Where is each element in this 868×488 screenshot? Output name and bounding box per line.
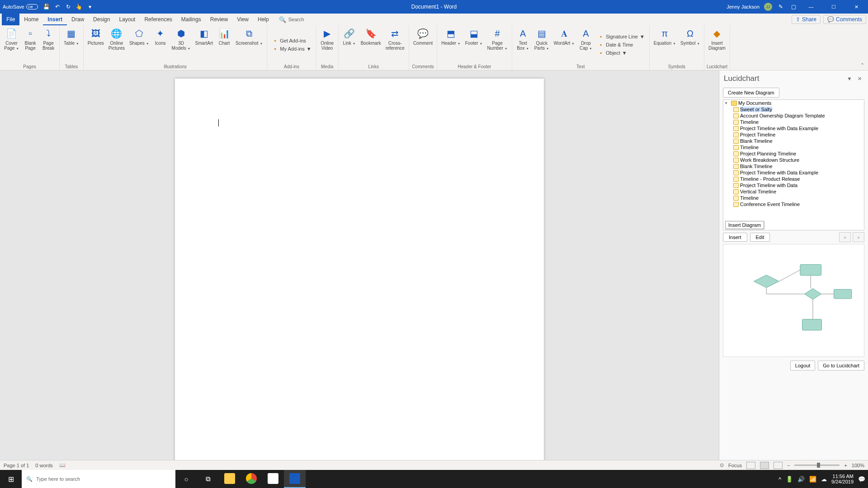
- prev-page-button[interactable]: «: [839, 232, 851, 242]
- ribbon-item-signature-line[interactable]: ▪Signature Line ▼: [597, 33, 646, 40]
- customize-qat-icon[interactable]: ▾: [86, 3, 94, 11]
- ribbon-btn-screenshot[interactable]: ⧉Screenshot ▼: [233, 26, 265, 63]
- zoom-out-button[interactable]: −: [787, 463, 790, 468]
- ribbon-btn-cover-page[interactable]: 📄CoverPage ▼: [2, 26, 21, 63]
- taskbar-app-explorer[interactable]: [219, 470, 241, 488]
- tree-item[interactable]: Timeline: [723, 195, 864, 201]
- tray-wifi-icon[interactable]: 📶: [809, 476, 816, 483]
- edit-button[interactable]: Edit: [750, 233, 770, 242]
- tree-item[interactable]: Blank Timeline: [723, 138, 864, 144]
- user-name[interactable]: Jenny Jackson: [726, 4, 760, 9]
- taskbar-app-chrome[interactable]: [241, 470, 262, 488]
- zoom-slider[interactable]: [794, 465, 840, 466]
- ribbon-btn-3d-models[interactable]: ⬢3DModels ▼: [170, 26, 193, 63]
- close-button[interactable]: ✕: [847, 0, 865, 14]
- tree-item[interactable]: Timeline: [723, 119, 864, 125]
- tree-item[interactable]: Project Timeline with Data Example: [723, 169, 864, 176]
- ribbon-btn-online-pictures[interactable]: 🌐OnlinePictures: [106, 26, 127, 63]
- tray-volume-icon[interactable]: 🔊: [797, 476, 805, 483]
- zoom-value[interactable]: 100%: [852, 463, 864, 468]
- ribbon-btn-footer[interactable]: ⬓Footer ▼: [463, 26, 485, 63]
- ribbon-btn-chart[interactable]: 📊Chart: [215, 26, 233, 63]
- insert-button[interactable]: Insert: [723, 233, 747, 242]
- tree-item[interactable]: Project Timeline with Data Example: [723, 125, 864, 131]
- view-web-button[interactable]: [774, 462, 783, 469]
- tree-item[interactable]: Account Ownership Diagram Template: [723, 113, 864, 119]
- ribbon-btn-header[interactable]: ⬒Header ▼: [439, 26, 463, 63]
- tree-item[interactable]: Sweet or Salty: [723, 106, 864, 113]
- autosave-toggle[interactable]: Off: [26, 4, 38, 9]
- ribbon-item-object[interactable]: ▪Object ▼: [597, 49, 646, 56]
- pen-icon[interactable]: ✎: [777, 3, 785, 11]
- tree-item[interactable]: Work Breakdown Structure: [723, 157, 864, 163]
- cortana-button[interactable]: ○: [175, 470, 197, 488]
- ribbon-item-get-add-ins[interactable]: ▪Get Add-ins: [271, 37, 312, 44]
- ribbon-btn-blank-page[interactable]: ▫BlankPage: [21, 26, 39, 63]
- undo-icon[interactable]: ↶: [53, 3, 61, 11]
- taskbar-app-slack[interactable]: [262, 470, 284, 488]
- tray-onedrive-icon[interactable]: ☁: [821, 476, 827, 483]
- tree-item[interactable]: Vertical Timeline: [723, 188, 864, 195]
- tab-file[interactable]: File: [2, 14, 19, 25]
- taskview-button[interactable]: ⧉: [197, 470, 219, 488]
- tab-view[interactable]: View: [232, 14, 253, 25]
- ribbon-btn-pictures[interactable]: 🖼Pictures: [85, 26, 106, 63]
- tab-review[interactable]: Review: [206, 14, 232, 25]
- comments-button[interactable]: 💬Comments: [823, 15, 866, 24]
- ribbon-btn-table[interactable]: ▦Table ▼: [61, 26, 81, 63]
- tree-item[interactable]: Timeline - Product Release: [723, 176, 864, 182]
- folder-toggle-icon[interactable]: ▾: [725, 101, 730, 105]
- logout-button[interactable]: Logout: [790, 361, 816, 371]
- next-page-button[interactable]: »: [853, 232, 864, 242]
- tab-draw[interactable]: Draw: [67, 14, 89, 25]
- tree-item[interactable]: Blank Timeline: [723, 163, 864, 169]
- ribbon-btn-online-video[interactable]: ▶OnlineVideo: [318, 26, 336, 63]
- ribbon-btn-page-break[interactable]: ⤵PageBreak: [39, 26, 57, 63]
- tree-folder[interactable]: ▾ My Documents: [723, 100, 864, 106]
- tree-item[interactable]: Conference Event Timeline: [723, 201, 864, 207]
- share-button[interactable]: ⇪Share: [792, 15, 821, 24]
- collapse-ribbon-button[interactable]: ⌃: [857, 62, 868, 68]
- ribbon-display-icon[interactable]: ▢: [789, 3, 797, 11]
- ribbon-btn-insert-diagram[interactable]: ◆InsertDiagram: [706, 26, 728, 63]
- ribbon-btn-link[interactable]: 🔗Link ▼: [340, 26, 359, 63]
- status-words[interactable]: 0 words: [35, 463, 53, 468]
- ribbon-item-date-time[interactable]: ▪Date & Time: [597, 41, 646, 48]
- tree-item[interactable]: Project Planning Timeline: [723, 150, 864, 157]
- tray-notifications-icon[interactable]: 💬: [858, 476, 865, 483]
- touchmode-icon[interactable]: 👆: [75, 3, 83, 11]
- ribbon-btn-icons[interactable]: ✦Icons: [151, 26, 170, 63]
- ribbon-btn-symbol[interactable]: ΩSymbol ▼: [678, 26, 702, 63]
- panel-close-icon[interactable]: ✕: [855, 75, 863, 83]
- ribbon-btn-smartart[interactable]: ◧SmartArt: [193, 26, 215, 63]
- taskbar-app-word[interactable]: [284, 470, 306, 488]
- tree-item[interactable]: Timeline: [723, 144, 864, 150]
- focus-mode[interactable]: Focus: [728, 463, 742, 468]
- minimize-button[interactable]: ―: [802, 0, 820, 14]
- create-diagram-button[interactable]: Create New Diagram: [723, 88, 779, 98]
- start-button[interactable]: ⊞: [0, 470, 22, 488]
- tab-home[interactable]: Home: [19, 14, 43, 25]
- view-read-button[interactable]: [746, 462, 755, 469]
- panel-options-icon[interactable]: ▼: [845, 75, 854, 83]
- ribbon-btn-bookmark[interactable]: 🔖Bookmark: [359, 26, 383, 63]
- ribbon-btn-shapes[interactable]: ⬠Shapes ▼: [127, 26, 151, 63]
- ribbon-btn-equation[interactable]: πEquation ▼: [651, 26, 678, 63]
- tab-mailings[interactable]: Mailings: [177, 14, 206, 25]
- ribbon-btn-quick-parts[interactable]: ▤QuickParts ▼: [532, 26, 552, 63]
- redo-icon[interactable]: ↻: [64, 3, 72, 11]
- taskbar-clock[interactable]: 11:56 AM 9/24/2019: [831, 474, 854, 484]
- ribbon-item-my-add-ins[interactable]: ▪My Add-ins ▼: [271, 45, 312, 52]
- document-tree[interactable]: ▾ My Documents Sweet or SaltyAccount Own…: [723, 99, 864, 230]
- ribbon-btn-drop-cap[interactable]: ADropCap ▼: [577, 26, 595, 63]
- tab-references[interactable]: References: [140, 14, 176, 25]
- spellcheck-icon[interactable]: 📖: [59, 462, 66, 468]
- taskbar-search[interactable]: 🔍 Type here to search: [22, 470, 175, 488]
- ribbon-btn-cross--reference[interactable]: ⇄Cross-reference: [383, 26, 407, 63]
- tab-design[interactable]: Design: [89, 14, 114, 25]
- ribbon-btn-text-box[interactable]: ATextBox ▼: [514, 26, 532, 63]
- ribbon-btn-wordart[interactable]: 𝐀WordArt ▼: [552, 26, 577, 63]
- maximize-button[interactable]: ☐: [825, 0, 843, 14]
- ribbon-btn-page-number[interactable]: #PageNumber ▼: [485, 26, 509, 63]
- tree-item[interactable]: Project Timeline: [723, 131, 864, 138]
